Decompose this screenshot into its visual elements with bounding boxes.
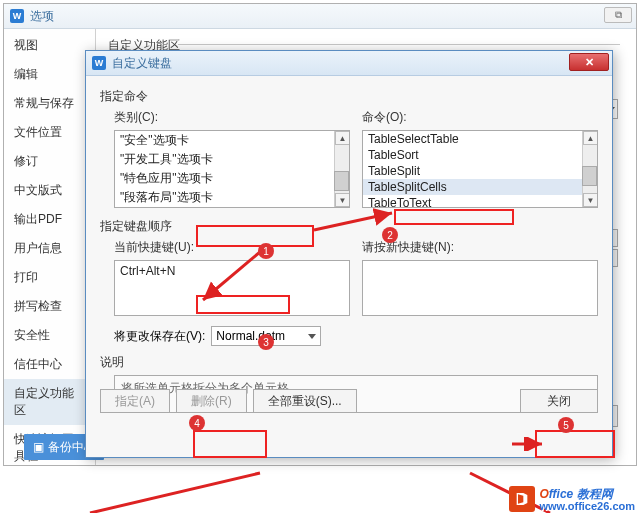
remove-button[interactable]: 删除(R) [176, 389, 247, 413]
list-item[interactable]: "安全"选项卡 [115, 131, 349, 150]
scrollbar[interactable]: ▲ ▼ [582, 131, 597, 207]
section-specify-shortcut: 指定键盘顺序 [100, 218, 598, 235]
sidebar-item-general[interactable]: 常规与保存 [4, 89, 95, 118]
list-item[interactable]: TableSelectTable [363, 131, 597, 147]
sidebar-item-filelocation[interactable]: 文件位置 [4, 118, 95, 147]
reset-all-button[interactable]: 全部重设(S)... [253, 389, 357, 413]
new-shortcut-input[interactable] [362, 260, 598, 316]
dialog-body: 指定命令 类别(C): "安全"选项卡 "开发工具"选项卡 "特色应用"选项卡 … [86, 76, 612, 423]
dialog-close-button[interactable]: ✕ [569, 53, 609, 71]
dialog-button-row: 指定(A) 删除(R) 全部重设(S)... 关闭 [100, 389, 598, 413]
options-title: 选项 [30, 8, 54, 25]
save-in-value: Normal.dotm [216, 329, 285, 343]
sidebar-item-outputpdf[interactable]: 输出PDF [4, 205, 95, 234]
options-sidebar: 视图 编辑 常规与保存 文件位置 修订 中文版式 输出PDF 用户信息 打印 拼… [4, 29, 96, 465]
watermark: Office 教程网 www.office26.com [509, 485, 635, 513]
dialog-title: 自定义键盘 [112, 55, 172, 72]
list-item[interactable]: TableToText [363, 195, 597, 208]
wps-app-icon: W [92, 56, 106, 70]
svg-line-3 [90, 473, 260, 513]
sidebar-item-userinfo[interactable]: 用户信息 [4, 234, 95, 263]
sidebar-item-revision[interactable]: 修订 [4, 147, 95, 176]
list-item[interactable]: TableSplit [363, 163, 597, 179]
list-item[interactable]: "开发工具"选项卡 [115, 150, 349, 169]
section-divider [178, 44, 620, 45]
sidebar-item-chinese[interactable]: 中文版式 [4, 176, 95, 205]
sidebar-item-view[interactable]: 视图 [4, 31, 95, 60]
backup-icon: ▣ [33, 440, 44, 454]
list-item[interactable]: "表格工具"选项卡 [115, 207, 349, 208]
list-item[interactable]: "段落布局"选项卡 [115, 188, 349, 207]
options-close-button[interactable]: ⧉ [604, 7, 632, 23]
dialog-titlebar[interactable]: W 自定义键盘 ✕ [86, 51, 612, 76]
command-label: 命令(O): [362, 109, 407, 126]
sidebar-item-print[interactable]: 打印 [4, 263, 95, 292]
section-specify-command: 指定命令 [100, 88, 598, 105]
close-button[interactable]: 关闭 [520, 389, 598, 413]
scroll-up-button[interactable]: ▲ [335, 131, 350, 145]
sidebar-item-security[interactable]: 安全性 [4, 321, 95, 350]
watermark-url: www.office26.com [539, 501, 635, 513]
current-shortcut-box[interactable]: Ctrl+Alt+N [114, 260, 350, 316]
save-in-label: 将更改保存在(V): [114, 328, 205, 345]
watermark-brand: Office 教程网 [539, 485, 635, 502]
scroll-down-button[interactable]: ▼ [583, 193, 598, 207]
new-shortcut-label: 请按新快捷键(N): [362, 239, 454, 256]
scrollbar[interactable]: ▲ ▼ [334, 131, 349, 207]
sidebar-item-edit[interactable]: 编辑 [4, 60, 95, 89]
scroll-down-button[interactable]: ▼ [335, 193, 350, 207]
category-label: 类别(C): [114, 109, 158, 126]
sidebar-item-spellcheck[interactable]: 拼写检查 [4, 292, 95, 321]
scroll-thumb[interactable] [334, 171, 349, 191]
assign-button[interactable]: 指定(A) [100, 389, 170, 413]
scroll-up-button[interactable]: ▲ [583, 131, 598, 145]
scroll-thumb[interactable] [582, 166, 597, 186]
list-item[interactable]: TableSplitCells [363, 179, 597, 195]
wps-app-icon: W [10, 9, 24, 23]
category-listbox[interactable]: "安全"选项卡 "开发工具"选项卡 "特色应用"选项卡 "段落布局"选项卡 "表… [114, 130, 350, 208]
sidebar-item-customribbon[interactable]: 自定义功能区 [4, 379, 95, 425]
current-shortcut-label: 当前快捷键(U): [114, 239, 194, 256]
office-logo-icon [509, 486, 535, 512]
command-listbox[interactable]: TableSelectTable TableSort TableSplit Ta… [362, 130, 598, 208]
chevron-down-icon [308, 334, 316, 339]
list-item[interactable]: TableSort [363, 147, 597, 163]
options-titlebar: W 选项 ⧉ [4, 4, 636, 29]
list-item[interactable]: "特色应用"选项卡 [115, 169, 349, 188]
save-in-combo[interactable]: Normal.dotm [211, 326, 321, 346]
sidebar-item-trustcenter[interactable]: 信任中心 [4, 350, 95, 379]
custom-keyboard-dialog: W 自定义键盘 ✕ 指定命令 类别(C): "安全"选项卡 "开发工具"选项卡 … [85, 50, 613, 458]
section-description: 说明 [100, 354, 598, 371]
